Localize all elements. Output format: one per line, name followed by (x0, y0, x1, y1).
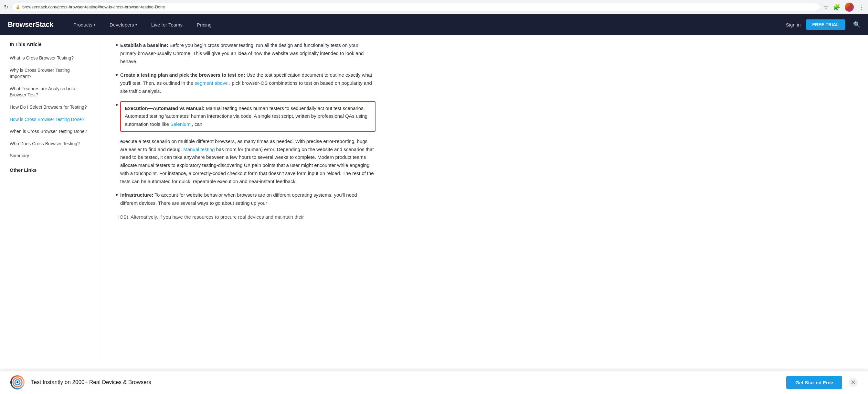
nav-live-for-teams[interactable]: Live for Teams (144, 14, 190, 35)
nav-developers[interactable]: Developers ▾ (102, 14, 144, 35)
nav-products[interactable]: Products ▾ (66, 14, 102, 35)
bullet-execution: Execution—Automated vs Manual: Manual te… (116, 101, 375, 132)
trailing-text: IOS). Alternatively, if you have the res… (116, 213, 375, 221)
nav-pricing-label: Pricing (197, 22, 212, 28)
sidebar-title: In This Article (10, 41, 90, 47)
bullet-infrastructure-content: To account for website behavior when bro… (120, 192, 357, 206)
lock-icon: 🔒 (16, 5, 20, 9)
browserstack-logo-svg (12, 376, 23, 388)
bullet-dot (116, 104, 118, 106)
bullet-execution-text: Execution—Automated vs Manual: Manual te… (120, 101, 375, 132)
close-icon: ✕ (850, 378, 856, 386)
bullet-dot (116, 74, 118, 76)
bullet-execution-continuation: execute a test scenario on multiple diff… (116, 138, 375, 186)
nav-live-for-teams-label: Live for Teams (151, 22, 183, 28)
sidebar-item-who[interactable]: Who Does Cross Browser Testing? (10, 138, 90, 150)
sidebar-item-select[interactable]: How Do I Select Browsers for Testing? (10, 101, 90, 114)
browser-controls: ↻ (4, 4, 8, 10)
navbar: BrowserStack Products ▾ Developers ▾ Liv… (0, 14, 868, 35)
svg-point-3 (17, 382, 19, 383)
selenium-link[interactable]: Selenium (170, 121, 191, 127)
star-icon[interactable]: ☆ (824, 4, 829, 11)
nav-pricing[interactable]: Pricing (190, 14, 219, 35)
nav-products-label: Products (73, 22, 92, 28)
segment-above-link[interactable]: segment above (194, 80, 228, 86)
sidebar-item-when[interactable]: When is Cross Browser Testing Done? (10, 125, 90, 138)
bullet-establish: Establish a baseline: Before you begin c… (116, 41, 375, 65)
chevron-down-icon: ▾ (135, 23, 137, 27)
cta-text: Test Instantly on 2000+ Real Devices & B… (31, 379, 780, 386)
sidebar: In This Article What is Cross Browser Te… (0, 35, 100, 394)
menu-icon[interactable]: ⋮ (858, 4, 864, 11)
avatar[interactable] (845, 3, 854, 12)
bullet-execution-bold: Execution—Automated vs Manual: (125, 106, 205, 111)
page-layout: In This Article What is Cross Browser Te… (0, 35, 868, 394)
bullet-establish-text: Establish a baseline: Before you begin c… (120, 41, 375, 65)
sidebar-item-how-done[interactable]: How is Cross Browser Testing Done? (10, 114, 90, 126)
manual-testing-link[interactable]: Manual testing (183, 146, 215, 152)
bullet-infrastructure-bold: Infrastructure: (120, 192, 154, 198)
bullet-create: Create a testing plan and pick the brows… (116, 71, 375, 95)
bullet-establish-bold: Establish a baseline: (120, 43, 168, 48)
bullet-dot (116, 194, 118, 196)
cta-bar: Test Instantly on 2000+ Real Devices & B… (0, 370, 868, 394)
search-icon[interactable]: 🔍 (853, 21, 860, 28)
sidebar-item-features[interactable]: What Features are Analyzed in a Browser … (10, 83, 90, 101)
bullet-execution-content2: , can (192, 121, 203, 127)
main-content: Establish a baseline: Before you begin c… (100, 35, 391, 394)
bullet-dot (116, 44, 118, 46)
reload-button[interactable]: ↻ (4, 4, 8, 10)
sidebar-item-what-is[interactable]: What is Cross Browser Testing? (10, 52, 90, 64)
url-text: browserstack.com/cross-browser-testing#h… (22, 4, 165, 9)
nav-signin[interactable]: Sign in (786, 22, 801, 28)
bullet-infrastructure: Infrastructure: To account for website b… (116, 191, 375, 207)
chevron-down-icon: ▾ (94, 23, 95, 27)
address-bar[interactable]: 🔒 browserstack.com/cross-browser-testing… (11, 3, 820, 11)
bullet-infrastructure-text: Infrastructure: To account for website b… (120, 191, 375, 207)
browser-chrome: ↻ 🔒 browserstack.com/cross-browser-testi… (0, 0, 868, 14)
sidebar-other-links: Other Links (10, 167, 90, 173)
sidebar-item-why[interactable]: Why is Cross Browser Testing Important? (10, 64, 90, 83)
nav-links: Products ▾ Developers ▾ Live for Teams P… (66, 14, 786, 35)
bullet-create-text: Create a testing plan and pick the brows… (120, 71, 375, 95)
browser-actions: ☆ 🧩 ⋮ (824, 3, 864, 12)
sidebar-item-summary[interactable]: Summary (10, 150, 90, 162)
cta-close-button[interactable]: ✕ (848, 378, 858, 387)
extensions-icon[interactable]: 🧩 (833, 4, 840, 11)
cta-logo-icon (10, 375, 25, 390)
nav-free-trial-button[interactable]: FREE TRIAL (806, 20, 845, 30)
bullet-create-bold: Create a testing plan and pick the brows… (120, 72, 245, 78)
get-started-free-button[interactable]: Get Started Free (786, 376, 842, 389)
nav-developers-label: Developers (110, 22, 134, 28)
nav-logo[interactable]: BrowserStack (8, 20, 53, 29)
nav-right: Sign in FREE TRIAL 🔍 (786, 20, 860, 30)
